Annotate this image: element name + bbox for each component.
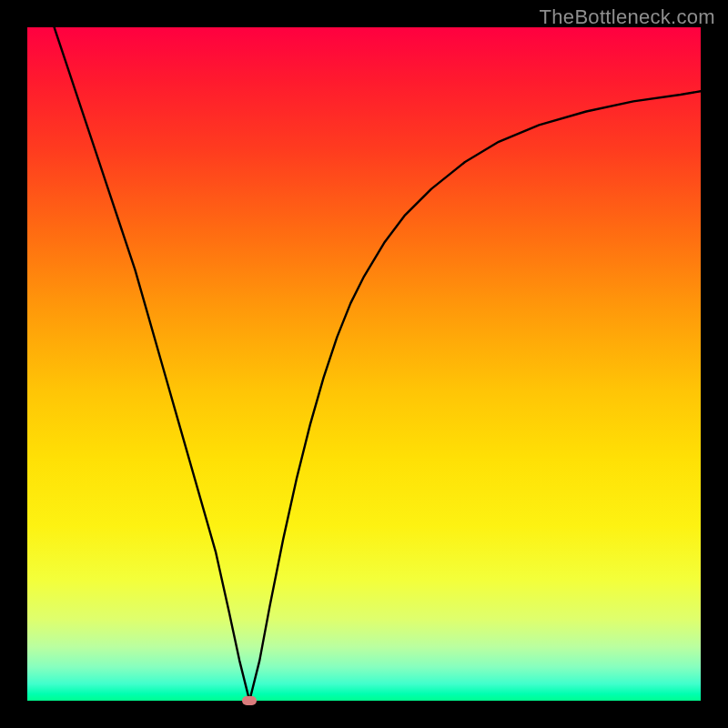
- watermark: TheBottleneck.com: [540, 5, 715, 29]
- bottleneck-curve: [55, 27, 701, 701]
- minimum-marker: [242, 696, 257, 705]
- chart-curve-svg: [27, 27, 701, 701]
- chart-frame: [27, 27, 701, 701]
